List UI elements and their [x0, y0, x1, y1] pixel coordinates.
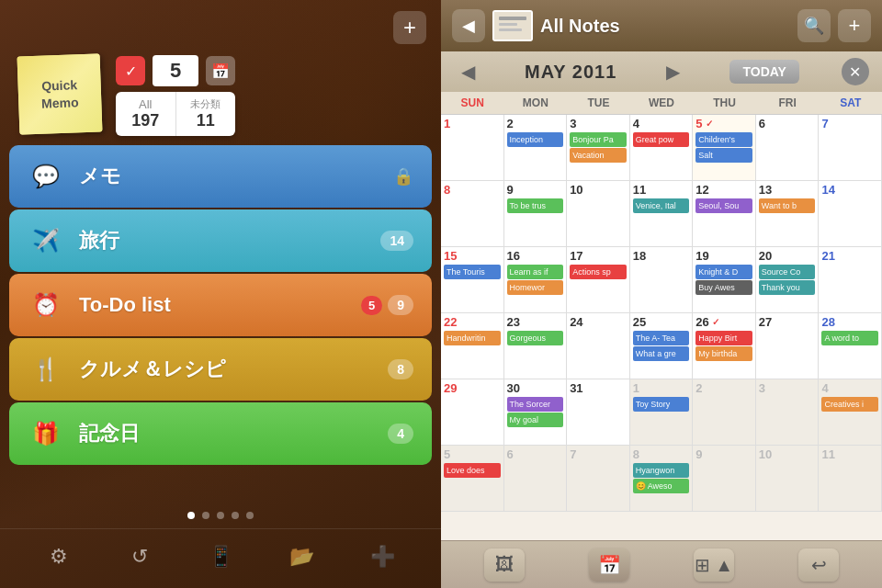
folders-container: 💬 メモ 🔒 ✈️ 旅行 14 ⏰ To-Do list 5 9 🍴 クルメ＆レ… [0, 145, 441, 503]
folder-icon[interactable]: 📂 [283, 538, 320, 575]
search-button[interactable]: 🔍 [797, 9, 831, 42]
friday-header: FRI [756, 92, 820, 114]
folder-travel[interactable]: ✈️ 旅行 14 [9, 209, 432, 272]
monday-header: MON [504, 92, 568, 114]
calendar-grid: SUN MON TUE WED THU FRI SAT 1 2Inception… [441, 92, 882, 540]
cal-may-31[interactable]: 31 [567, 379, 630, 446]
back-button[interactable]: ◀ [452, 9, 485, 42]
cal-may-6[interactable]: 6 [756, 115, 820, 181]
cal-may-5[interactable]: 5 ✓Children'sSalt [693, 115, 756, 181]
folder-food[interactable]: 🍴 クルメ＆レシピ 8 [9, 338, 432, 401]
cal-may-8[interactable]: 8 [441, 181, 504, 247]
uncategorized-count: 11 [197, 111, 215, 130]
add-folder-icon[interactable]: ➕ [364, 538, 401, 575]
cal-jun-2[interactable]: 2 [693, 379, 756, 446]
cal-may-26[interactable]: 26 ✓Happy BirtMy birthda [693, 313, 756, 379]
quick-memo-area: Quick Memo ✓ 5 📅 All 197 未分類 11 [0, 55, 441, 145]
settings-icon[interactable]: ⚙ [40, 538, 77, 575]
device-icon[interactable]: 📱 [202, 538, 239, 575]
cal-jun-1[interactable]: 1Toy Story [630, 379, 694, 446]
cal-jun-8[interactable]: 8Hyangwon😊 Aweso [630, 446, 694, 512]
cal-jun-6[interactable]: 6 [504, 446, 568, 512]
folder-todo[interactable]: ⏰ To-Do list 5 9 [9, 274, 432, 336]
dot-1[interactable] [187, 512, 195, 519]
add-note-button[interactable]: + [393, 11, 426, 44]
cal-may-19[interactable]: 19Knight & DBuy Awes [693, 247, 756, 313]
wednesday-header: WED [630, 92, 694, 114]
cal-may-7[interactable]: 7 [819, 115, 882, 181]
cal-jun-4[interactable]: 4Creatives i [819, 379, 882, 446]
page-dots [0, 503, 441, 528]
memo-icon: 💬 [28, 158, 64, 195]
cal-may-13[interactable]: 13Want to b [756, 181, 820, 247]
cal-may-16[interactable]: 16Learn as ifHomewor [504, 247, 568, 313]
cal-may-9[interactable]: 9To be trus [504, 181, 568, 247]
svg-rect-3 [499, 28, 522, 31]
cal-may-11[interactable]: 11Venice, Ital [630, 181, 694, 247]
cal-may-10[interactable]: 10 [567, 181, 630, 247]
svg-rect-2 [499, 23, 517, 26]
header-thumbnail [492, 10, 533, 41]
notebook-widget: ✓ 5 📅 All 197 未分類 11 [116, 55, 235, 136]
notebook-body: All 197 未分類 11 [116, 92, 235, 136]
quick-memo-sticky[interactable]: Quick Memo [17, 53, 103, 134]
close-calendar-button[interactable]: ✕ [842, 58, 869, 85]
dot-3[interactable] [217, 512, 224, 519]
folder-anniversary-badge: 4 [388, 424, 413, 444]
cal-may-30[interactable]: 30The SorcerMy goal [504, 379, 568, 446]
folder-memo[interactable]: 💬 メモ 🔒 [9, 145, 432, 208]
cal-may-24[interactable]: 24 [567, 313, 630, 379]
add-note-right-button[interactable]: + [838, 9, 871, 42]
folder-anniversary[interactable]: 🎁 記念日 4 [9, 402, 432, 465]
dot-4[interactable] [232, 512, 239, 519]
photo-view-button[interactable]: 🖼 [484, 548, 525, 582]
calendar-view-button[interactable]: 📅 [589, 548, 629, 582]
tuesday-header: TUE [567, 92, 630, 114]
cal-may-17[interactable]: 17Actions sp [567, 247, 630, 313]
todo-icon: ⏰ [28, 287, 64, 323]
cal-may-18[interactable]: 18 [630, 247, 694, 313]
folder-food-label: クルメ＆レシピ [79, 356, 388, 383]
cal-may-23[interactable]: 23Gorgeous [504, 313, 568, 379]
right-toolbar: 🖼 📅 ⊞ ▲ ↩ [441, 540, 882, 588]
cal-may-25[interactable]: 25The A- TeaWhat a gre [630, 313, 694, 379]
refresh-icon[interactable]: ↺ [121, 538, 158, 575]
cal-may-14[interactable]: 14 [819, 181, 882, 247]
cal-jun-5[interactable]: 5Love does [441, 446, 504, 512]
next-month-button[interactable]: ▶ [659, 57, 687, 86]
dot-2[interactable] [202, 512, 209, 519]
uncategorized-label: 未分類 [190, 97, 220, 111]
folder-food-badge: 8 [388, 359, 413, 379]
today-button[interactable]: TODAY [729, 60, 798, 84]
cal-jun-10[interactable]: 10 [756, 446, 820, 512]
cal-may-21[interactable]: 21 [819, 247, 882, 313]
calendar-nav: ◀ MAY 2011 ▶ TODAY ✕ [441, 51, 882, 92]
calendar-icon-button[interactable]: 📅 [206, 56, 235, 85]
cal-may-22[interactable]: 22Handwritin [441, 313, 504, 379]
cal-may-2[interactable]: 2Inception [504, 115, 568, 181]
cal-may-12[interactable]: 12Seoul, Sou [693, 181, 756, 247]
cal-may-3[interactable]: 3Bonjour PaVacation [567, 115, 630, 181]
cal-jun-11[interactable]: 11 [819, 446, 882, 512]
travel-icon: ✈️ [28, 222, 64, 259]
cal-may-1[interactable]: 1 [441, 115, 504, 181]
saturday-header: SAT [819, 92, 882, 114]
notebook-all-section: All 197 [116, 92, 176, 136]
cal-jun-3[interactable]: 3 [756, 379, 820, 446]
notebook-uncategorized-section: 未分類 11 [176, 92, 236, 136]
cal-may-20[interactable]: 20Source CoThank you [756, 247, 820, 313]
prev-month-button[interactable]: ◀ [454, 57, 482, 86]
cal-may-28[interactable]: 28A word to [819, 313, 882, 379]
cal-jun-9[interactable]: 9 [693, 446, 756, 512]
cal-may-29[interactable]: 29 [441, 379, 504, 446]
back-nav-button[interactable]: ↩ [798, 548, 839, 582]
calendar-header-row: SUN MON TUE WED THU FRI SAT [441, 92, 882, 115]
all-count: 197 [131, 111, 159, 130]
cal-may-15[interactable]: 15The Touris [441, 247, 504, 313]
grid-view-button[interactable]: ⊞ ▲ [694, 548, 734, 582]
cal-jun-7[interactable]: 7 [567, 446, 630, 512]
dot-5[interactable] [246, 512, 254, 519]
cal-may-4[interactable]: 4Great pow [630, 115, 694, 181]
cal-may-27[interactable]: 27 [756, 313, 820, 379]
folder-todo-badge: 9 [388, 295, 413, 315]
